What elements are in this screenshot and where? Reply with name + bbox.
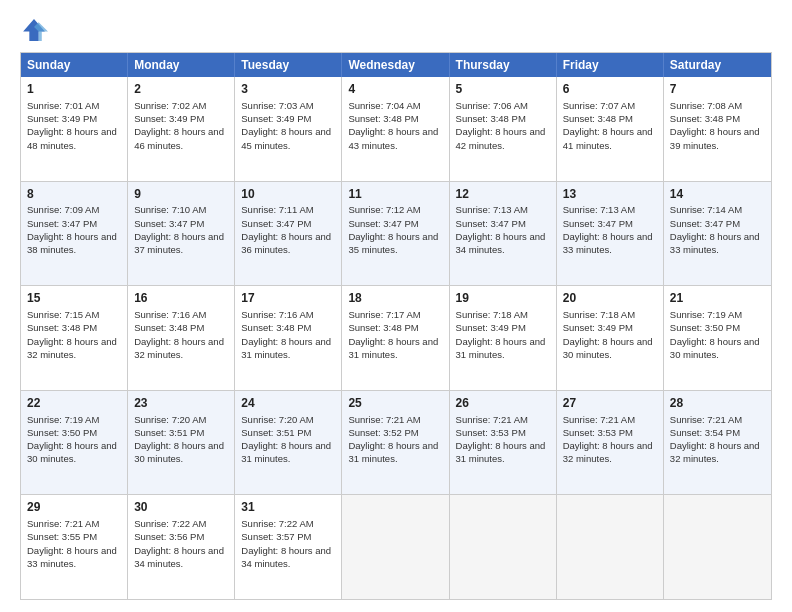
day-cell-5: 5Sunrise: 7:06 AMSunset: 3:48 PMDaylight… [450, 77, 557, 181]
day-number: 14 [670, 186, 765, 203]
sunrise-text: Sunrise: 7:21 AM [27, 518, 99, 529]
day-cell-17: 17Sunrise: 7:16 AMSunset: 3:48 PMDayligh… [235, 286, 342, 390]
daylight-text: Daylight: 8 hours and 33 minutes. [27, 545, 117, 569]
sunrise-text: Sunrise: 7:19 AM [670, 309, 742, 320]
sunset-text: Sunset: 3:49 PM [134, 113, 204, 124]
sunset-text: Sunset: 3:47 PM [134, 218, 204, 229]
sunrise-text: Sunrise: 7:18 AM [563, 309, 635, 320]
daylight-text: Daylight: 8 hours and 43 minutes. [348, 126, 438, 150]
sunrise-text: Sunrise: 7:22 AM [241, 518, 313, 529]
sunset-text: Sunset: 3:48 PM [134, 322, 204, 333]
sunset-text: Sunset: 3:49 PM [241, 113, 311, 124]
header-day-saturday: Saturday [664, 53, 771, 77]
sunset-text: Sunset: 3:48 PM [670, 113, 740, 124]
daylight-text: Daylight: 8 hours and 35 minutes. [348, 231, 438, 255]
day-cell-28: 28Sunrise: 7:21 AMSunset: 3:54 PMDayligh… [664, 391, 771, 495]
logo-icon [20, 16, 48, 44]
empty-cell [342, 495, 449, 599]
sunrise-text: Sunrise: 7:06 AM [456, 100, 528, 111]
day-cell-14: 14Sunrise: 7:14 AMSunset: 3:47 PMDayligh… [664, 182, 771, 286]
header-day-friday: Friday [557, 53, 664, 77]
sunset-text: Sunset: 3:50 PM [27, 427, 97, 438]
daylight-text: Daylight: 8 hours and 34 minutes. [241, 545, 331, 569]
day-cell-11: 11Sunrise: 7:12 AMSunset: 3:47 PMDayligh… [342, 182, 449, 286]
sunrise-text: Sunrise: 7:13 AM [456, 204, 528, 215]
day-number: 4 [348, 81, 442, 98]
day-number: 2 [134, 81, 228, 98]
empty-cell [557, 495, 664, 599]
day-number: 3 [241, 81, 335, 98]
day-number: 19 [456, 290, 550, 307]
day-cell-7: 7Sunrise: 7:08 AMSunset: 3:48 PMDaylight… [664, 77, 771, 181]
day-number: 17 [241, 290, 335, 307]
daylight-text: Daylight: 8 hours and 33 minutes. [670, 231, 760, 255]
sunset-text: Sunset: 3:49 PM [27, 113, 97, 124]
calendar-header: SundayMondayTuesdayWednesdayThursdayFrid… [21, 53, 771, 77]
daylight-text: Daylight: 8 hours and 30 minutes. [563, 336, 653, 360]
day-cell-19: 19Sunrise: 7:18 AMSunset: 3:49 PMDayligh… [450, 286, 557, 390]
day-number: 12 [456, 186, 550, 203]
sunrise-text: Sunrise: 7:21 AM [456, 414, 528, 425]
day-number: 8 [27, 186, 121, 203]
day-cell-12: 12Sunrise: 7:13 AMSunset: 3:47 PMDayligh… [450, 182, 557, 286]
daylight-text: Daylight: 8 hours and 48 minutes. [27, 126, 117, 150]
header [20, 16, 772, 44]
day-number: 6 [563, 81, 657, 98]
week-row-4: 22Sunrise: 7:19 AMSunset: 3:50 PMDayligh… [21, 390, 771, 495]
day-cell-22: 22Sunrise: 7:19 AMSunset: 3:50 PMDayligh… [21, 391, 128, 495]
week-row-5: 29Sunrise: 7:21 AMSunset: 3:55 PMDayligh… [21, 494, 771, 599]
day-number: 22 [27, 395, 121, 412]
sunset-text: Sunset: 3:49 PM [456, 322, 526, 333]
daylight-text: Daylight: 8 hours and 39 minutes. [670, 126, 760, 150]
daylight-text: Daylight: 8 hours and 45 minutes. [241, 126, 331, 150]
day-number: 29 [27, 499, 121, 516]
header-day-thursday: Thursday [450, 53, 557, 77]
sunrise-text: Sunrise: 7:19 AM [27, 414, 99, 425]
sunrise-text: Sunrise: 7:16 AM [241, 309, 313, 320]
daylight-text: Daylight: 8 hours and 32 minutes. [134, 336, 224, 360]
header-day-monday: Monday [128, 53, 235, 77]
sunset-text: Sunset: 3:53 PM [456, 427, 526, 438]
day-cell-9: 9Sunrise: 7:10 AMSunset: 3:47 PMDaylight… [128, 182, 235, 286]
day-number: 28 [670, 395, 765, 412]
calendar: SundayMondayTuesdayWednesdayThursdayFrid… [20, 52, 772, 600]
day-number: 16 [134, 290, 228, 307]
daylight-text: Daylight: 8 hours and 31 minutes. [348, 336, 438, 360]
daylight-text: Daylight: 8 hours and 42 minutes. [456, 126, 546, 150]
week-row-2: 8Sunrise: 7:09 AMSunset: 3:47 PMDaylight… [21, 181, 771, 286]
sunrise-text: Sunrise: 7:12 AM [348, 204, 420, 215]
day-number: 31 [241, 499, 335, 516]
day-cell-4: 4Sunrise: 7:04 AMSunset: 3:48 PMDaylight… [342, 77, 449, 181]
day-number: 25 [348, 395, 442, 412]
daylight-text: Daylight: 8 hours and 31 minutes. [348, 440, 438, 464]
sunset-text: Sunset: 3:55 PM [27, 531, 97, 542]
sunrise-text: Sunrise: 7:15 AM [27, 309, 99, 320]
daylight-text: Daylight: 8 hours and 31 minutes. [241, 440, 331, 464]
sunrise-text: Sunrise: 7:20 AM [134, 414, 206, 425]
sunrise-text: Sunrise: 7:02 AM [134, 100, 206, 111]
daylight-text: Daylight: 8 hours and 41 minutes. [563, 126, 653, 150]
day-cell-24: 24Sunrise: 7:20 AMSunset: 3:51 PMDayligh… [235, 391, 342, 495]
day-number: 5 [456, 81, 550, 98]
sunrise-text: Sunrise: 7:21 AM [563, 414, 635, 425]
day-cell-10: 10Sunrise: 7:11 AMSunset: 3:47 PMDayligh… [235, 182, 342, 286]
sunrise-text: Sunrise: 7:09 AM [27, 204, 99, 215]
day-cell-30: 30Sunrise: 7:22 AMSunset: 3:56 PMDayligh… [128, 495, 235, 599]
week-row-1: 1Sunrise: 7:01 AMSunset: 3:49 PMDaylight… [21, 77, 771, 181]
daylight-text: Daylight: 8 hours and 34 minutes. [456, 231, 546, 255]
day-cell-27: 27Sunrise: 7:21 AMSunset: 3:53 PMDayligh… [557, 391, 664, 495]
day-number: 9 [134, 186, 228, 203]
sunset-text: Sunset: 3:47 PM [456, 218, 526, 229]
daylight-text: Daylight: 8 hours and 30 minutes. [134, 440, 224, 464]
day-cell-31: 31Sunrise: 7:22 AMSunset: 3:57 PMDayligh… [235, 495, 342, 599]
daylight-text: Daylight: 8 hours and 32 minutes. [670, 440, 760, 464]
sunset-text: Sunset: 3:52 PM [348, 427, 418, 438]
sunset-text: Sunset: 3:47 PM [348, 218, 418, 229]
day-cell-20: 20Sunrise: 7:18 AMSunset: 3:49 PMDayligh… [557, 286, 664, 390]
sunset-text: Sunset: 3:48 PM [241, 322, 311, 333]
day-number: 1 [27, 81, 121, 98]
sunrise-text: Sunrise: 7:20 AM [241, 414, 313, 425]
sunrise-text: Sunrise: 7:04 AM [348, 100, 420, 111]
day-number: 27 [563, 395, 657, 412]
calendar-body: 1Sunrise: 7:01 AMSunset: 3:49 PMDaylight… [21, 77, 771, 599]
